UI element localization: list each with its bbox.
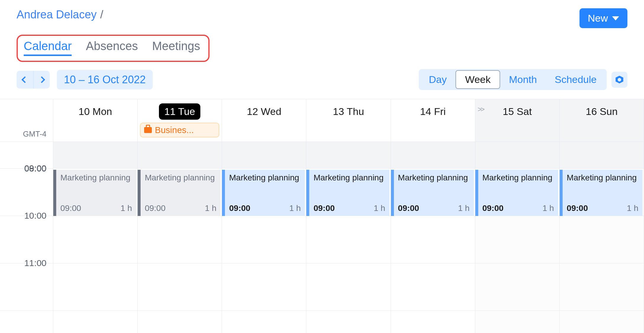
- time-label: 10:00: [24, 211, 46, 221]
- event-duration: 1 h: [542, 204, 554, 213]
- event-time: 09:00: [482, 204, 504, 213]
- day-column[interactable]: Marketing planning09:001 h: [560, 142, 644, 333]
- view-schedule[interactable]: Schedule: [546, 70, 606, 89]
- day-header[interactable]: 14 Fri: [391, 99, 475, 142]
- new-button[interactable]: New: [579, 8, 627, 28]
- tab-calendar[interactable]: Calendar: [24, 39, 72, 56]
- new-button-label: New: [588, 12, 608, 24]
- day-label: 12 Wed: [242, 103, 287, 120]
- time-label: 11:00: [24, 258, 46, 268]
- view-day[interactable]: Day: [420, 70, 455, 89]
- day-label: 15 Sat: [498, 103, 537, 120]
- event-title: Marketing planning: [567, 173, 638, 183]
- gear-icon: [616, 76, 623, 84]
- day-header[interactable]: 16 Sun: [560, 99, 644, 142]
- event-time: 09:00: [313, 204, 335, 213]
- day-column[interactable]: Marketing planning09:001 h: [53, 142, 138, 333]
- date-nav: [17, 71, 50, 89]
- allday-event-title: Busines...: [155, 125, 194, 135]
- event-duration: 1 h: [205, 204, 216, 213]
- day-column[interactable]: Marketing planning09:001 h: [475, 142, 560, 333]
- calendar-event[interactable]: Marketing planning09:001 h: [222, 170, 305, 216]
- event-duration: 1 h: [289, 204, 301, 213]
- day-label: 13 Thu: [328, 103, 369, 120]
- chevron-right-icon: [38, 76, 45, 83]
- event-title: Marketing planning: [398, 173, 470, 183]
- event-title: Marketing planning: [482, 173, 554, 183]
- event-duration: 1 h: [120, 204, 132, 213]
- event-duration: 1 h: [458, 204, 470, 213]
- calendar-event[interactable]: Marketing planning09:001 h: [475, 170, 558, 216]
- breadcrumb: Andrea Delacey /: [17, 8, 103, 21]
- breadcrumb-user[interactable]: Andrea Delacey: [17, 8, 96, 21]
- event-title: Marketing planning: [145, 173, 216, 183]
- date-range-picker[interactable]: 10 – 16 Oct 2022: [57, 70, 153, 89]
- next-week-button[interactable]: [33, 71, 50, 89]
- day-header[interactable]: 11 TueBusines...: [138, 99, 222, 142]
- day-label: 14 Fri: [415, 103, 451, 120]
- calendar-event[interactable]: Marketing planning09:001 h: [306, 170, 389, 216]
- settings-button[interactable]: [611, 72, 627, 88]
- chevron-left-icon: [22, 76, 28, 83]
- day-label: 11 Tue: [159, 103, 200, 120]
- tab-absences[interactable]: Absences: [86, 39, 138, 56]
- calendar-event[interactable]: Marketing planning09:001 h: [53, 170, 136, 216]
- day-label: 16 Sun: [580, 103, 623, 120]
- tab-meetings[interactable]: Meetings: [152, 39, 200, 56]
- calendar-event[interactable]: Marketing planning09:001 h: [138, 170, 220, 216]
- day-column[interactable]: Marketing planning09:001 h: [138, 142, 222, 333]
- calendar-grid: GMT-4 10 Mon11 TueBusines...12 Wed13 Thu…: [0, 99, 644, 333]
- expand-weekend-icon[interactable]: >>: [478, 105, 484, 113]
- timezone-label: GMT-4: [0, 99, 53, 142]
- event-time: 09:00: [60, 204, 81, 213]
- briefcase-icon: [144, 127, 152, 133]
- view-switcher: Day Week Month Schedule: [419, 69, 607, 90]
- event-duration: 1 h: [627, 204, 638, 213]
- breadcrumb-separator: /: [100, 8, 103, 21]
- day-column[interactable]: Marketing planning09:001 h: [306, 142, 391, 333]
- event-title: Marketing planning: [60, 173, 132, 183]
- event-time: 09:00: [229, 204, 250, 213]
- view-month[interactable]: Month: [500, 70, 546, 89]
- prev-week-button[interactable]: [17, 71, 33, 89]
- caret-down-icon: [612, 16, 619, 20]
- day-label: 10 Mon: [73, 103, 117, 120]
- event-time: 09:00: [398, 204, 419, 213]
- allday-event[interactable]: Busines...: [140, 123, 219, 137]
- day-header[interactable]: 10 Mon: [53, 99, 138, 142]
- day-column[interactable]: Marketing planning09:001 h: [391, 142, 475, 333]
- event-duration: 1 h: [374, 204, 385, 213]
- event-title: Marketing planning: [313, 173, 385, 183]
- calendar-event[interactable]: Marketing planning09:001 h: [560, 170, 643, 216]
- calendar-event[interactable]: Marketing planning09:001 h: [391, 170, 474, 216]
- view-week[interactable]: Week: [455, 70, 500, 89]
- event-title: Marketing planning: [229, 173, 301, 183]
- time-label: 09:00: [24, 163, 46, 173]
- day-header[interactable]: 12 Wed: [222, 99, 306, 142]
- day-header[interactable]: 13 Thu: [306, 99, 391, 142]
- tabs-highlight: Calendar Absences Meetings: [17, 35, 210, 62]
- event-time: 09:00: [145, 204, 165, 213]
- day-column[interactable]: Marketing planning09:001 h: [222, 142, 306, 333]
- event-time: 09:00: [567, 204, 588, 213]
- day-header[interactable]: >>15 Sat: [475, 99, 560, 142]
